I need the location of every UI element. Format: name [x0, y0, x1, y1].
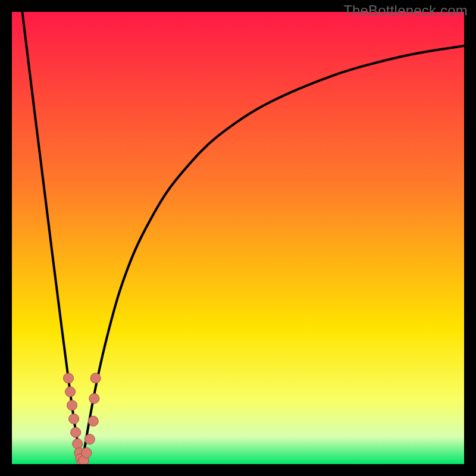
- data-marker: [71, 427, 81, 437]
- data-marker: [90, 373, 101, 383]
- data-marker: [69, 414, 79, 424]
- data-marker: [65, 387, 76, 397]
- chart-background: [12, 12, 464, 464]
- chart-svg: [12, 12, 464, 464]
- data-marker: [64, 373, 74, 383]
- bottleneck-curve-chart: [12, 12, 464, 464]
- data-marker: [67, 400, 77, 411]
- chart-frame: TheBottleneck.com: [0, 0, 476, 476]
- data-marker: [89, 393, 99, 403]
- watermark-label: TheBottleneck.com: [343, 2, 468, 19]
- data-marker: [88, 416, 98, 426]
- data-marker: [82, 448, 92, 458]
- data-marker: [73, 439, 83, 449]
- data-marker: [84, 434, 95, 444]
